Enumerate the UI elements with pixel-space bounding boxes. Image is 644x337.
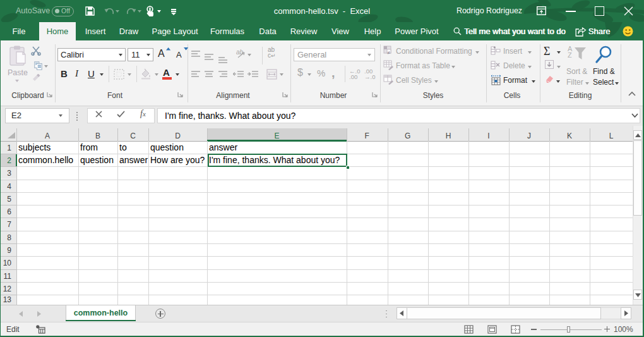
svg-text:≠: ≠ (388, 50, 391, 56)
